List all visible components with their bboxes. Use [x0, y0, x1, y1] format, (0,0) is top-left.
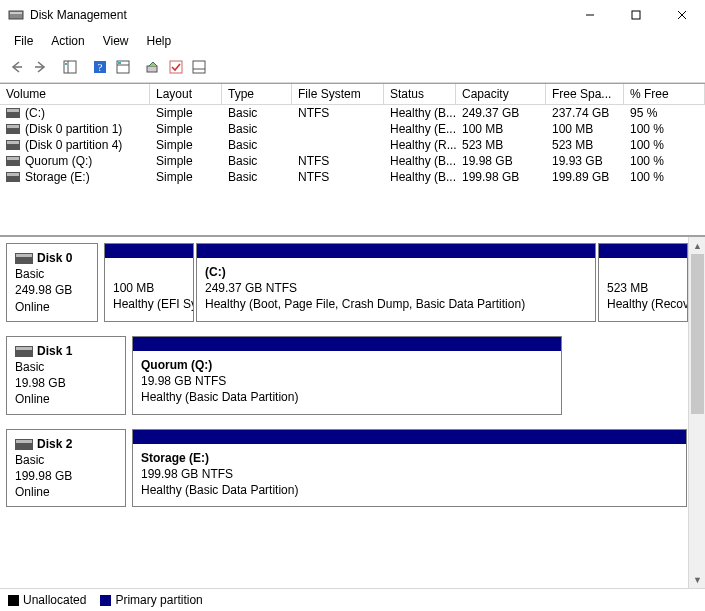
volume-pctfree: 100 % — [624, 137, 705, 153]
help-button[interactable]: ? — [89, 56, 111, 78]
drive-icon — [6, 140, 20, 150]
col-pctfree[interactable]: % Free — [624, 84, 705, 105]
volume-free: 237.74 GB — [546, 105, 624, 121]
col-type[interactable]: Type — [222, 84, 292, 105]
disk-type: Basic — [15, 360, 44, 374]
legend: Unallocated Primary partition — [0, 588, 705, 611]
partition[interactable]: Storage (E:)199.98 GB NTFSHealthy (Basic… — [132, 429, 687, 508]
disk-status: Online — [15, 300, 50, 314]
disk-header[interactable]: Disk 0Basic249.98 GBOnline — [6, 243, 98, 322]
volume-type: Basic — [222, 169, 292, 185]
partition-status: Healthy (Basic Data Partition) — [141, 389, 553, 405]
scroll-down-icon[interactable]: ▼ — [689, 571, 705, 588]
vertical-scrollbar[interactable]: ▲ ▼ — [688, 237, 705, 588]
maximize-button[interactable] — [613, 0, 659, 30]
disk-label: Disk 0 — [37, 251, 72, 265]
partition-name: Quorum (Q:) — [141, 357, 553, 373]
col-status[interactable]: Status — [384, 84, 456, 105]
view-bottom-button[interactable] — [188, 56, 210, 78]
volume-free: 523 MB — [546, 137, 624, 153]
titlebar: Disk Management — [0, 0, 705, 30]
window-title: Disk Management — [30, 8, 127, 22]
col-capacity[interactable]: Capacity — [456, 84, 546, 105]
volume-capacity: 19.98 GB — [456, 153, 546, 169]
volume-type: Basic — [222, 137, 292, 153]
disk-row: Disk 1Basic19.98 GBOnlineQuorum (Q:)19.9… — [6, 336, 688, 415]
partition[interactable]: 100 MBHealthy (EFI System Partition) — [104, 243, 194, 322]
disk-label: Disk 1 — [37, 344, 72, 358]
volume-row[interactable]: Quorum (Q:)SimpleBasicNTFSHealthy (B...1… — [0, 153, 705, 169]
volume-type: Basic — [222, 121, 292, 137]
scroll-thumb[interactable] — [691, 254, 704, 414]
menu-action[interactable]: Action — [43, 32, 92, 50]
scroll-up-icon[interactable]: ▲ — [689, 237, 705, 254]
col-volume[interactable]: Volume — [0, 84, 150, 105]
legend-unallocated: Unallocated — [8, 593, 86, 607]
partition-bar — [105, 244, 193, 258]
volume-layout: Simple — [150, 137, 222, 153]
menu-help[interactable]: Help — [139, 32, 180, 50]
col-layout[interactable]: Layout — [150, 84, 222, 105]
disk-row: Disk 2Basic199.98 GBOnlineStorage (E:)19… — [6, 429, 688, 508]
partition[interactable]: (C:)249.37 GB NTFSHealthy (Boot, Page Fi… — [196, 243, 596, 322]
volume-status: Healthy (B... — [384, 153, 456, 169]
drive-icon — [6, 124, 20, 134]
close-button[interactable] — [659, 0, 705, 30]
svg-rect-8 — [64, 61, 76, 73]
menu-file[interactable]: File — [6, 32, 41, 50]
partition-size: 100 MB — [113, 280, 185, 296]
minimize-button[interactable] — [567, 0, 613, 30]
volume-row[interactable]: (C:)SimpleBasicNTFSHealthy (B...249.37 G… — [0, 105, 705, 121]
refresh-button[interactable] — [142, 56, 164, 78]
col-freespace[interactable]: Free Spa... — [546, 84, 624, 105]
volume-free: 100 MB — [546, 121, 624, 137]
volume-pctfree: 100 % — [624, 153, 705, 169]
back-button[interactable] — [6, 56, 28, 78]
volume-row[interactable]: Storage (E:)SimpleBasicNTFSHealthy (B...… — [0, 169, 705, 185]
partition-size: 249.37 GB NTFS — [205, 280, 587, 296]
partition-bar — [197, 244, 595, 258]
svg-rect-16 — [147, 66, 157, 72]
volume-layout: Simple — [150, 153, 222, 169]
drive-icon — [6, 108, 20, 118]
volume-name: Quorum (Q:) — [25, 154, 92, 168]
volume-pctfree: 100 % — [624, 121, 705, 137]
svg-rect-15 — [118, 62, 121, 64]
disk-icon — [15, 346, 33, 357]
volume-layout: Simple — [150, 121, 222, 137]
partition-name: (C:) — [205, 264, 587, 280]
partition[interactable]: Quorum (Q:)19.98 GB NTFSHealthy (Basic D… — [132, 336, 562, 415]
view-top-button[interactable] — [112, 56, 134, 78]
volume-status: Healthy (B... — [384, 169, 456, 185]
partition-status: Healthy (EFI System Partition) — [113, 296, 185, 312]
volume-free: 19.93 GB — [546, 153, 624, 169]
partition-name: Storage (E:) — [141, 450, 678, 466]
disk-header[interactable]: Disk 2Basic199.98 GBOnline — [6, 429, 126, 508]
app-icon — [8, 7, 24, 23]
partition[interactable]: 523 MBHealthy (Recovery Partition) — [598, 243, 688, 322]
volume-row[interactable]: (Disk 0 partition 4)SimpleBasicHealthy (… — [0, 137, 705, 153]
volume-layout: Simple — [150, 169, 222, 185]
forward-button[interactable] — [29, 56, 51, 78]
disk-status: Online — [15, 485, 50, 499]
svg-rect-1 — [10, 12, 22, 14]
volume-status: Healthy (R... — [384, 137, 456, 153]
partition-size: 523 MB — [607, 280, 679, 296]
disk-type: Basic — [15, 453, 44, 467]
disk-size: 249.98 GB — [15, 283, 72, 297]
menu-view[interactable]: View — [95, 32, 137, 50]
show-hide-tree-button[interactable] — [59, 56, 81, 78]
partition-bar — [599, 244, 687, 258]
volume-free: 199.89 GB — [546, 169, 624, 185]
volume-name: Storage (E:) — [25, 170, 90, 184]
rescan-button[interactable] — [165, 56, 187, 78]
volume-name: (Disk 0 partition 1) — [25, 122, 122, 136]
volume-fs — [292, 121, 384, 137]
volume-capacity: 249.37 GB — [456, 105, 546, 121]
svg-text:?: ? — [98, 61, 103, 73]
volume-row[interactable]: (Disk 0 partition 1)SimpleBasicHealthy (… — [0, 121, 705, 137]
disk-header[interactable]: Disk 1Basic19.98 GBOnline — [6, 336, 126, 415]
toolbar: ? — [0, 54, 705, 83]
col-filesystem[interactable]: File System — [292, 84, 384, 105]
partition-status: Healthy (Recovery Partition) — [607, 296, 679, 312]
